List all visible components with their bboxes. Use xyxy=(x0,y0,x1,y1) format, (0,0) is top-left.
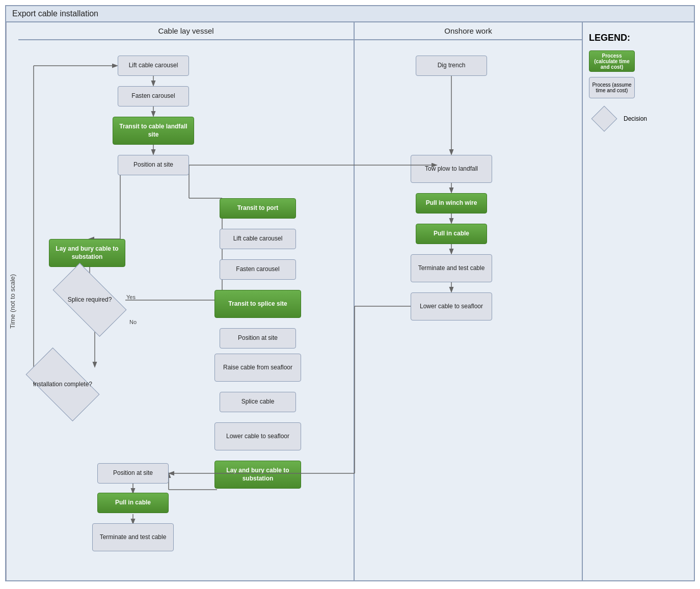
terminate-vessel: Terminate and test cable xyxy=(92,523,174,551)
fasten-carousel-2: Fasten carousel xyxy=(220,259,296,280)
transit-landfall: Transit to cable landfall site xyxy=(113,117,194,145)
dig-trench: Dig trench xyxy=(416,56,487,76)
legend-decision-label: Decision xyxy=(624,115,647,122)
position-at-site-3: Position at site xyxy=(97,463,169,484)
terminate-onshore: Terminate and test cable xyxy=(411,254,492,282)
transit-splice-site: Transit to splice site xyxy=(214,290,301,318)
lift-cable-carousel-2: Lift cable carousel xyxy=(220,229,296,249)
splice-required-diamond: Splice required? xyxy=(57,281,123,319)
legend-green-box: Process (calculate time and cost) xyxy=(589,50,635,72)
lift-cable-carousel-1: Lift cable carousel xyxy=(118,56,189,76)
raise-cable: Raise cable from seafloor xyxy=(214,354,301,382)
installation-complete-diamond: Installation complete? xyxy=(30,365,96,404)
legend-diamond-shape xyxy=(591,106,617,132)
columns-header: Cable lay vessel Onshore work xyxy=(18,22,582,40)
svg-text:Yes: Yes xyxy=(126,294,136,300)
lower-cable-splice: Lower cable to seafloor xyxy=(214,422,301,450)
main-area: Cable lay vessel Onshore work xyxy=(18,22,582,580)
legend-title: LEGEND: xyxy=(589,33,688,43)
lower-cable-onshore: Lower cable to seafloor xyxy=(411,292,492,320)
svg-text:No: No xyxy=(129,319,137,325)
position-at-site-2: Position at site xyxy=(220,328,296,349)
legend-item-gray: Process (assume time and cost) xyxy=(589,77,688,98)
time-label: Time (not to scale) xyxy=(6,22,18,580)
lay-bury-1: Lay and bury cable to substation xyxy=(49,239,125,267)
pull-in-cable-vessel: Pull in cable xyxy=(97,493,169,513)
legend-gray-box: Process (assume time and cost) xyxy=(589,77,635,98)
legend-diamond-row: Decision xyxy=(589,108,688,130)
lay-bury-2: Lay and bury cable to substation xyxy=(214,461,301,489)
col-header-onshore: Onshore work xyxy=(355,22,582,39)
col-onshore-body: Dig trench Tow plow to landfall Pull in … xyxy=(355,40,582,580)
diagram-title: Export cable installation xyxy=(6,6,694,22)
legend-panel: LEGEND: Process (calculate time and cost… xyxy=(582,22,694,580)
col-vessel-body: No Yes No Lift cable carousel Fasten car… xyxy=(18,40,355,580)
position-at-site-1: Position at site xyxy=(118,155,189,175)
col-header-vessel: Cable lay vessel xyxy=(18,22,355,39)
pull-in-cable-onshore: Pull in cable xyxy=(416,224,487,244)
diagram-wrapper: Export cable installation Time (not to s… xyxy=(5,5,695,581)
pull-in-winch: Pull in winch wire xyxy=(416,193,487,213)
legend-diamond-container xyxy=(589,108,620,130)
transit-to-port: Transit to port xyxy=(220,198,296,219)
columns-content: No Yes No Lift cable carousel Fasten car… xyxy=(18,40,582,580)
fasten-carousel-1: Fasten carousel xyxy=(118,86,189,106)
tow-plow: Tow plow to landfall xyxy=(411,155,492,183)
legend-item-green: Process (calculate time and cost) xyxy=(589,50,688,72)
splice-cable: Splice cable xyxy=(220,392,296,412)
diagram-body: Time (not to scale) Cable lay vessel Ons… xyxy=(6,22,694,580)
